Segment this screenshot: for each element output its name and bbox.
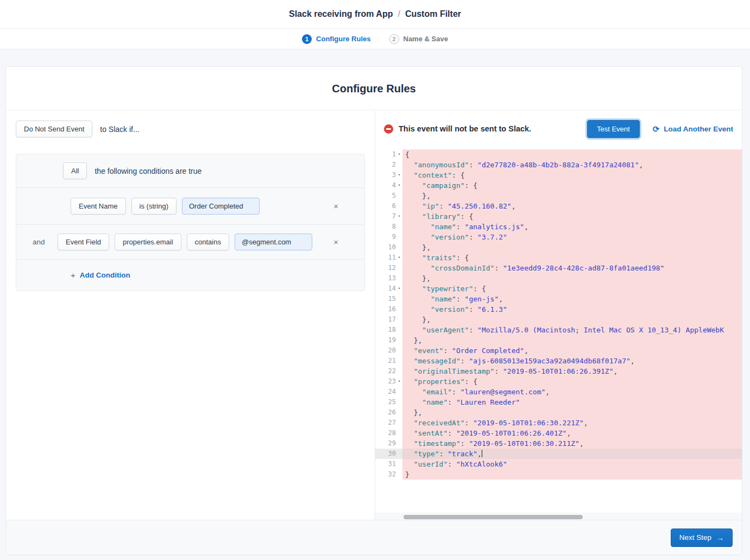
code-text[interactable]: "sentAt": "2019-05-10T01:06:26.401Z", bbox=[402, 428, 742, 438]
fold-toggle-icon[interactable]: ▾ bbox=[396, 376, 402, 387]
step-configure-rules[interactable]: 1 Configure Rules bbox=[302, 34, 370, 44]
code-line[interactable]: 31 "userId": "hXtcAlook6" bbox=[375, 459, 742, 469]
code-line[interactable]: 16 "version": "6.1.3" bbox=[375, 304, 742, 314]
code-text[interactable]: "messageId": "ajs-6085013e159ac3a92a0494… bbox=[402, 356, 742, 366]
line-number: 3▾ bbox=[375, 170, 402, 180]
code-line[interactable]: 28 "sentAt": "2019-05-10T01:06:26.401Z", bbox=[375, 428, 742, 438]
code-text[interactable]: "context": { bbox=[402, 170, 742, 180]
code-text[interactable]: }, bbox=[402, 407, 742, 418]
code-line[interactable]: 24 "email": "lauren@segment.com", bbox=[375, 387, 742, 397]
code-line[interactable]: 12 "crossDomainId": "1e3eedd9-28c4-428c-… bbox=[375, 263, 742, 273]
code-line[interactable]: 19 }, bbox=[375, 335, 742, 345]
fold-toggle-icon[interactable]: ▾ bbox=[396, 180, 402, 191]
code-text[interactable]: "email": "lauren@segment.com", bbox=[402, 387, 742, 397]
line-number: 27 bbox=[375, 418, 402, 428]
code-text[interactable]: "userAgent": "Mozilla/5.0 (Macintosh; In… bbox=[402, 325, 742, 335]
code-line[interactable]: 15 "name": "gen-js", bbox=[375, 294, 742, 304]
condition-subject-button[interactable]: Event Field bbox=[58, 234, 109, 250]
code-line[interactable]: 30 "type": "track", bbox=[375, 449, 742, 459]
code-line[interactable]: 9 "version": "3.7.2" bbox=[375, 232, 742, 242]
code-line[interactable]: 5 }, bbox=[375, 191, 742, 201]
code-line[interactable]: 6 "ip": "45.250.160.82", bbox=[375, 201, 742, 211]
code-text[interactable]: "name": "Lauren Reeder" bbox=[402, 397, 742, 407]
code-text[interactable]: "typewriter": { bbox=[402, 284, 742, 294]
code-text[interactable]: "version": "6.1.3" bbox=[402, 304, 742, 314]
arrow-right-icon: → bbox=[716, 533, 724, 542]
code-text[interactable]: } bbox=[402, 469, 742, 480]
code-text[interactable]: "receivedAt": "2019-05-10T01:06:30.221Z"… bbox=[402, 418, 742, 428]
code-text[interactable]: "timestamp": "2019-05-10T01:06:30.211Z", bbox=[402, 438, 742, 449]
fold-toggle-icon[interactable]: ▾ bbox=[396, 170, 402, 180]
line-number: 9 bbox=[375, 232, 402, 242]
code-line[interactable]: 27 "receivedAt": "2019-05-10T01:06:30.22… bbox=[375, 418, 742, 428]
code-line[interactable]: 4▾ "campaign": { bbox=[375, 180, 742, 191]
code-text[interactable]: "library": { bbox=[402, 211, 742, 222]
code-text[interactable]: "properties": { bbox=[402, 376, 742, 387]
code-line[interactable]: 1▾{ bbox=[375, 149, 742, 160]
code-text[interactable]: "name": "analytics.js", bbox=[402, 222, 742, 232]
code-line[interactable]: 21 "messageId": "ajs-6085013e159ac3a92a0… bbox=[375, 356, 742, 366]
code-text[interactable]: "userId": "hXtcAlook6" bbox=[402, 459, 742, 469]
code-line[interactable]: 25 "name": "Lauren Reeder" bbox=[375, 397, 742, 407]
code-text[interactable]: "event": "Order Completed", bbox=[402, 345, 742, 356]
code-text[interactable]: "crossDomainId": "1e3eedd9-28c4-428c-ad8… bbox=[402, 263, 742, 273]
add-condition-button[interactable]: + Add Condition bbox=[71, 270, 130, 280]
load-another-event-button[interactable]: ⟳ Load Another Event bbox=[653, 125, 733, 133]
code-line[interactable]: 20 "event": "Order Completed", bbox=[375, 345, 742, 356]
condition-subject-button[interactable]: Event Name bbox=[71, 198, 126, 215]
code-text[interactable]: "originalTimestamp": "2019-05-10T01:06:2… bbox=[402, 366, 742, 376]
code-line[interactable]: 17 }, bbox=[375, 314, 742, 325]
next-step-button[interactable]: Next Step → bbox=[671, 528, 733, 547]
code-text[interactable]: }, bbox=[402, 242, 742, 253]
remove-condition-icon[interactable]: × bbox=[333, 202, 338, 210]
code-line[interactable]: 29 "timestamp": "2019-05-10T01:06:30.211… bbox=[375, 438, 742, 449]
code-line[interactable]: 18 "userAgent": "Mozilla/5.0 (Macintosh;… bbox=[375, 325, 742, 335]
fold-toggle-icon[interactable]: ▾ bbox=[396, 284, 402, 294]
remove-condition-icon[interactable]: × bbox=[333, 238, 338, 246]
code-text[interactable]: { bbox=[402, 149, 742, 160]
code-line[interactable]: 7▾ "library": { bbox=[375, 211, 742, 222]
code-line[interactable]: 32} bbox=[375, 469, 742, 480]
line-number: 28 bbox=[375, 428, 402, 438]
step-1-label: Configure Rules bbox=[316, 35, 370, 43]
code-line[interactable]: 11▾ "traits": { bbox=[375, 253, 742, 263]
code-line[interactable]: 23▾ "properties": { bbox=[375, 376, 742, 387]
code-text[interactable]: "type": "track", bbox=[402, 449, 742, 459]
step-name-and-save[interactable]: 2 Name & Save bbox=[389, 34, 448, 44]
code-text[interactable]: "name": "gen-js", bbox=[402, 294, 742, 304]
code-line[interactable]: 8 "name": "analytics.js", bbox=[375, 222, 742, 232]
line-number: 31 bbox=[375, 459, 402, 469]
scrollbar-thumb[interactable] bbox=[404, 515, 583, 519]
fold-toggle-icon[interactable]: ▾ bbox=[396, 149, 402, 160]
code-text[interactable]: }, bbox=[402, 191, 742, 201]
code-line[interactable]: 10 }, bbox=[375, 242, 742, 253]
code-text[interactable]: "anonymousId": "d2e77820-a48b-4b2b-882a-… bbox=[402, 160, 742, 170]
condition-value-input[interactable] bbox=[182, 198, 260, 215]
condition-operator-button[interactable]: is (string) bbox=[131, 198, 177, 215]
code-line[interactable]: 3▾ "context": { bbox=[375, 170, 742, 180]
code-line[interactable]: 2 "anonymousId": "d2e77820-a48b-4b2b-882… bbox=[375, 160, 742, 170]
code-text[interactable]: }, bbox=[402, 314, 742, 325]
fold-toggle-icon[interactable]: ▾ bbox=[396, 253, 402, 263]
breadcrumb-destination[interactable]: Slack receiving from App bbox=[289, 9, 393, 19]
add-condition-row: + Add Condition bbox=[16, 260, 364, 291]
fold-toggle-icon[interactable]: ▾ bbox=[396, 211, 402, 222]
test-event-button[interactable]: Test Event bbox=[587, 120, 640, 138]
code-text[interactable]: "campaign": { bbox=[402, 180, 742, 191]
json-event-editor[interactable]: 1▾{2 "anonymousId": "d2e77820-a48b-4b2b-… bbox=[375, 147, 742, 513]
code-line[interactable]: 13 }, bbox=[375, 273, 742, 284]
condition-field-button[interactable]: properties.email bbox=[115, 234, 181, 250]
code-text[interactable]: }, bbox=[402, 335, 742, 345]
code-line[interactable]: 22 "originalTimestamp": "2019-05-10T01:0… bbox=[375, 366, 742, 376]
filter-action-button[interactable]: Do Not Send Event bbox=[16, 121, 92, 137]
line-number: 4▾ bbox=[375, 180, 402, 191]
condition-operator-button[interactable]: contains bbox=[187, 234, 229, 250]
condition-value-input[interactable] bbox=[235, 234, 312, 250]
code-line[interactable]: 26 }, bbox=[375, 407, 742, 418]
code-text[interactable]: "version": "3.7.2" bbox=[402, 232, 742, 242]
code-text[interactable]: "ip": "45.250.160.82", bbox=[402, 201, 742, 211]
code-line[interactable]: 14▾ "typewriter": { bbox=[375, 284, 742, 294]
code-text[interactable]: "traits": { bbox=[402, 253, 742, 263]
code-text[interactable]: }, bbox=[402, 273, 742, 284]
match-operator-button[interactable]: All bbox=[63, 162, 87, 179]
